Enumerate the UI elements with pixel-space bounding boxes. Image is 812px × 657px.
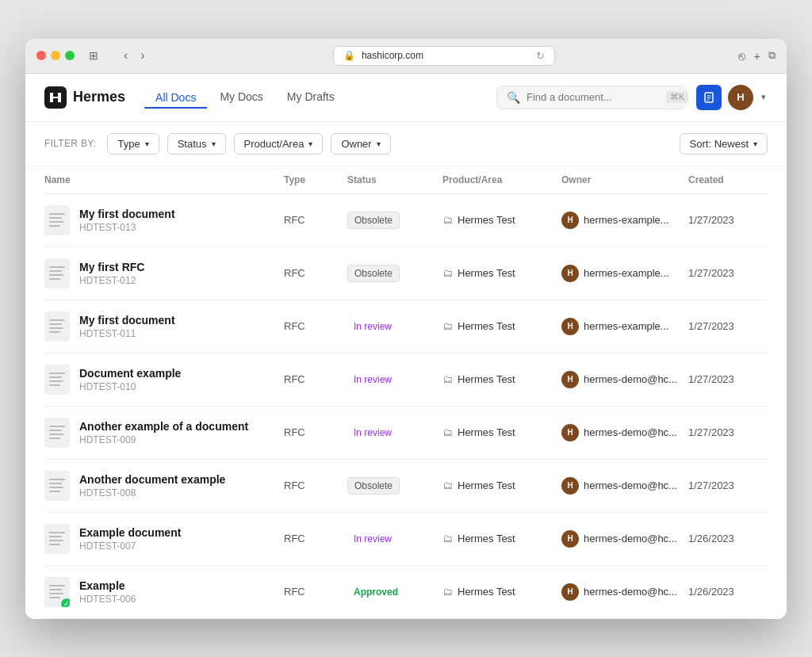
back-button[interactable]: ‹ [119, 47, 132, 64]
doc-title: My first document [79, 314, 175, 327]
doc-status: Obsolete [347, 212, 442, 229]
owner-name: hermes-example... [584, 214, 669, 226]
filter-type-button[interactable]: Type ▾ [107, 133, 159, 155]
doc-created: 1/26/2023 [688, 586, 768, 598]
app-content: Hermes All Docs My Docs My Drafts 🔍 ⌘K [25, 74, 787, 619]
table-row[interactable]: Another document example HDTEST-008 RFC … [44, 460, 768, 513]
new-tab-button[interactable]: + [753, 49, 760, 63]
table-row[interactable]: Document example HDTEST-010 RFC In revie… [44, 353, 768, 407]
table-header: Name Type Status Product/Area Owner Crea… [44, 166, 768, 194]
col-header-type: Type [284, 174, 347, 185]
filter-product-button[interactable]: Product/Area ▾ [234, 133, 324, 155]
doc-icon [44, 311, 70, 342]
doc-type: RFC [284, 533, 347, 544]
doc-line-2 [49, 589, 62, 590]
doc-product: 🗂 Hermes Test [442, 426, 561, 438]
new-doc-button[interactable] [696, 85, 722, 110]
doc-name-info: My first document HDTEST-011 [79, 314, 175, 339]
owner-avatar: H [561, 212, 579, 229]
doc-line-1 [49, 213, 65, 215]
reload-icon[interactable]: ↻ [536, 50, 545, 62]
owner-avatar: H [561, 318, 579, 335]
doc-icon [44, 365, 70, 395]
maximize-button[interactable] [65, 51, 75, 60]
owner-name: hermes-demo@hc... [584, 373, 677, 385]
doc-line-4 [49, 597, 60, 598]
doc-id: HDTEST-011 [79, 328, 175, 339]
doc-line-4 [49, 331, 60, 333]
sidebar-toggle-button[interactable]: ⊞ [84, 48, 103, 63]
url-text: hashicorp.com [362, 50, 423, 61]
table-row[interactable]: My first RFC HDTEST-012 RFC Obsolete 🗂 H… [44, 247, 768, 300]
filter-type-label: Type [117, 138, 140, 150]
owner-avatar: H [561, 371, 579, 388]
filter-by-label: FILTER BY: [44, 138, 96, 149]
address-bar: 🔒 hashicorp.com ↻ [159, 46, 730, 66]
type-chevron-icon: ▾ [145, 139, 149, 148]
owner-avatar: H [561, 424, 579, 441]
doc-line-3 [49, 274, 63, 276]
doc-status: In review [347, 319, 442, 334]
doc-created: 1/27/2023 [688, 267, 768, 279]
col-header-status: Status [347, 174, 442, 185]
doc-name-cell: My first document HDTEST-013 [44, 205, 284, 235]
table-row[interactable]: My first document HDTEST-011 RFC In revi… [44, 300, 768, 353]
doc-line-2 [49, 323, 62, 325]
doc-line-1 [49, 479, 65, 480]
close-button[interactable] [36, 51, 46, 60]
owner-avatar: H [561, 477, 579, 495]
filter-owner-button[interactable]: Owner ▾ [331, 133, 390, 155]
nav-all-docs[interactable]: All Docs [144, 86, 207, 109]
nav-my-docs[interactable]: My Docs [209, 86, 274, 109]
browser-nav: ‹ › [119, 47, 150, 64]
doc-title: Another document example [79, 473, 225, 486]
doc-id: HDTEST-009 [79, 434, 248, 445]
search-shortcut: ⌘K [666, 91, 688, 103]
doc-name-cell: Another example of a document HDTEST-009 [44, 418, 284, 448]
doc-type: RFC [284, 267, 347, 279]
doc-owner: H hermes-demo@hc... [561, 424, 688, 441]
tabs-button[interactable]: ⧉ [768, 49, 776, 62]
table-row[interactable]: ✓ Example HDTEST-006 RFC Approved 🗂 Herm… [44, 566, 768, 619]
share-button[interactable]: ⎋ [738, 49, 745, 63]
doc-status: Obsolete [347, 477, 442, 495]
owner-name: hermes-example... [584, 267, 669, 279]
doc-line-1 [49, 585, 65, 586]
doc-type: RFC [284, 373, 347, 385]
avatar-dropdown-button[interactable]: ▾ [760, 92, 768, 102]
sort-button[interactable]: Sort: Newest ▾ [680, 133, 768, 155]
doc-title: Example [79, 579, 136, 592]
col-header-product: Product/Area [442, 174, 561, 185]
doc-name-info: Example document HDTEST-007 [79, 526, 181, 552]
folder-icon: 🗂 [442, 479, 453, 491]
doc-created: 1/27/2023 [688, 373, 768, 385]
doc-name-cell: My first RFC HDTEST-012 [44, 258, 284, 288]
doc-id: HDTEST-012 [79, 275, 144, 286]
status-badge: Obsolete [347, 212, 400, 229]
status-badge: In review [347, 425, 398, 441]
doc-line-2 [49, 376, 62, 378]
doc-line-1 [49, 426, 65, 427]
doc-name-cell: Another document example HDTEST-008 [44, 471, 284, 501]
browser-window: ⊞ ‹ › 🔒 hashicorp.com ↻ ⎋ + ⧉ [25, 39, 787, 619]
table-row[interactable]: Example document HDTEST-007 RFC In revie… [44, 513, 768, 566]
search-bar[interactable]: 🔍 ⌘K [496, 86, 687, 109]
filter-status-button[interactable]: Status ▾ [167, 133, 226, 155]
user-avatar-button[interactable]: H [728, 85, 753, 110]
doc-owner: H hermes-example... [561, 318, 688, 335]
table-row[interactable]: Another example of a document HDTEST-009… [44, 407, 768, 460]
folder-icon: 🗂 [442, 373, 453, 385]
nav-my-drafts[interactable]: My Drafts [276, 86, 346, 109]
forward-button[interactable]: › [136, 47, 149, 64]
minimize-button[interactable] [51, 51, 60, 60]
traffic-lights [36, 51, 75, 60]
doc-line-4 [49, 544, 60, 545]
table-row[interactable]: My first document HDTEST-013 RFC Obsolet… [44, 194, 768, 247]
owner-chevron-icon: ▾ [377, 139, 381, 148]
doc-product: 🗂 Hermes Test [442, 533, 561, 544]
doc-line-2 [49, 430, 62, 431]
new-doc-icon [703, 91, 715, 104]
doc-id: HDTEST-008 [79, 487, 225, 498]
search-input[interactable] [527, 91, 660, 103]
url-field[interactable]: 🔒 hashicorp.com ↻ [333, 46, 555, 66]
